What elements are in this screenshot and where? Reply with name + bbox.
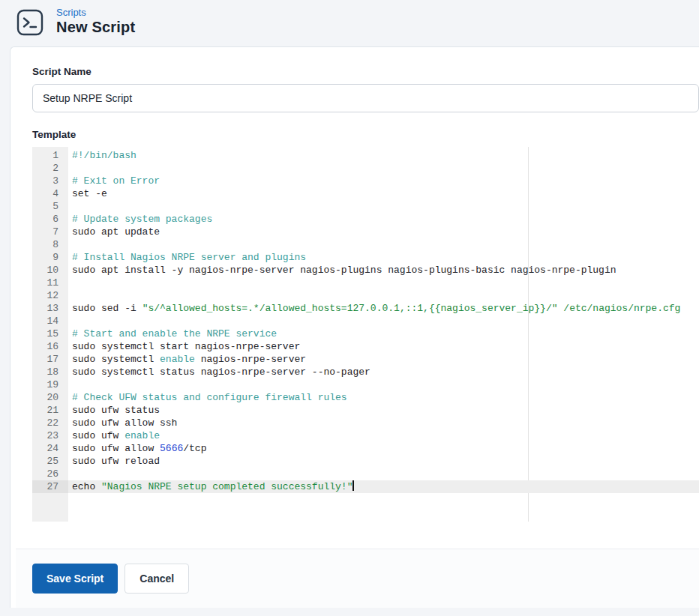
code-line-text: sudo ufw status <box>68 404 699 417</box>
code-line-text <box>68 200 699 213</box>
breadcrumb-scripts-link[interactable]: Scripts <box>56 7 135 18</box>
code-line[interactable]: 1#!/bin/bash <box>32 149 699 162</box>
code-editor[interactable]: 1#!/bin/bash23# Exit on Error4set -e56# … <box>32 147 699 522</box>
code-line[interactable]: 6# Update system packages <box>32 213 699 226</box>
code-line[interactable]: 26 <box>32 468 699 480</box>
text-cursor <box>352 480 354 491</box>
code-line-text: sudo sed -i "s/^allowed_hosts=.*/allowed… <box>68 302 699 315</box>
code-line[interactable]: 19 <box>32 378 699 391</box>
code-line[interactable]: 3# Exit on Error <box>32 175 699 187</box>
page-header: Scripts New Script <box>0 0 699 46</box>
code-line-text: sudo apt update <box>68 226 699 238</box>
code-line-text <box>68 289 699 302</box>
line-number: 9 <box>32 251 68 264</box>
code-line-text: # Exit on Error <box>68 175 699 187</box>
new-script-form-card: Script Name Template 1#!/bin/bash23# Exi… <box>10 46 699 608</box>
code-line-text: sudo ufw reload <box>68 455 699 468</box>
form-footer: Save Script Cancel <box>16 549 699 608</box>
script-name-input[interactable] <box>32 84 699 112</box>
code-line-text <box>68 277 699 289</box>
code-line[interactable]: 17sudo systemctl enable nagios-nrpe-serv… <box>32 353 699 366</box>
code-line[interactable]: 11 <box>32 277 699 289</box>
code-line[interactable]: 15# Start and enable the NRPE service <box>32 327 699 340</box>
line-number: 14 <box>32 315 68 327</box>
line-number: 24 <box>32 442 68 455</box>
code-line[interactable]: 14 <box>32 315 699 327</box>
line-number: 20 <box>32 391 68 404</box>
header-titles: Scripts New Script <box>56 7 135 46</box>
code-line[interactable]: 27echo "Nagios NRPE setup completed succ… <box>32 480 699 493</box>
code-line-text: #!/bin/bash <box>68 149 699 162</box>
script-name-label: Script Name <box>32 66 699 77</box>
code-line-text: sudo ufw allow ssh <box>68 417 699 429</box>
code-line-text: set -e <box>68 187 699 200</box>
save-script-button[interactable]: Save Script <box>32 564 118 594</box>
line-number: 12 <box>32 289 68 302</box>
line-number: 25 <box>32 455 68 468</box>
line-number: 27 <box>32 480 68 493</box>
line-number: 1 <box>32 149 68 162</box>
line-number: 10 <box>32 264 68 277</box>
code-line-text <box>68 468 699 480</box>
line-number: 16 <box>32 340 68 353</box>
code-line-text: # Check UFW status and configure firewal… <box>68 391 699 404</box>
code-line[interactable]: 25sudo ufw reload <box>32 455 699 468</box>
line-number: 11 <box>32 277 68 289</box>
code-line[interactable]: 2 <box>32 162 699 175</box>
code-line-text <box>68 162 699 175</box>
code-line-text: # Install Nagios NRPE server and plugins <box>68 251 699 264</box>
code-line-text: sudo ufw allow 5666/tcp <box>68 442 699 455</box>
line-number: 17 <box>32 353 68 366</box>
code-line[interactable]: 9# Install Nagios NRPE server and plugin… <box>32 251 699 264</box>
code-line-text: sudo apt install -y nagios-nrpe-server n… <box>68 264 699 277</box>
code-line-text: sudo ufw enable <box>68 429 699 442</box>
code-line[interactable]: 13sudo sed -i "s/^allowed_hosts=.*/allow… <box>32 302 699 315</box>
line-number: 4 <box>32 187 68 200</box>
line-number: 19 <box>32 378 68 391</box>
code-line[interactable]: 4set -e <box>32 187 699 200</box>
template-label: Template <box>32 129 699 140</box>
line-number: 22 <box>32 417 68 429</box>
code-line[interactable]: 21sudo ufw status <box>32 404 699 417</box>
code-line[interactable]: 20# Check UFW status and configure firew… <box>32 391 699 404</box>
code-lines: 1#!/bin/bash23# Exit on Error4set -e56# … <box>32 147 699 493</box>
line-number: 8 <box>32 238 68 251</box>
line-number: 6 <box>32 213 68 226</box>
code-line-text: echo "Nagios NRPE setup completed succes… <box>68 480 699 493</box>
code-line-text <box>68 378 699 391</box>
code-line-text: sudo systemctl enable nagios-nrpe-server <box>68 353 699 366</box>
code-line-text: sudo systemctl status nagios-nrpe-server… <box>68 366 699 378</box>
line-number: 15 <box>32 327 68 340</box>
code-line[interactable]: 5 <box>32 200 699 213</box>
line-number: 2 <box>32 162 68 175</box>
cancel-button[interactable]: Cancel <box>124 564 189 594</box>
code-line[interactable]: 24sudo ufw allow 5666/tcp <box>32 442 699 455</box>
form-body: Script Name Template 1#!/bin/bash23# Exi… <box>10 47 699 522</box>
line-number: 26 <box>32 468 68 480</box>
code-line[interactable]: 10sudo apt install -y nagios-nrpe-server… <box>32 264 699 277</box>
code-line-text <box>68 315 699 327</box>
line-number: 18 <box>32 366 68 378</box>
code-line[interactable]: 7sudo apt update <box>32 226 699 238</box>
code-line[interactable]: 23sudo ufw enable <box>32 429 699 442</box>
code-line-text: sudo systemctl start nagios-nrpe-server <box>68 340 699 353</box>
line-number: 13 <box>32 302 68 315</box>
line-number: 5 <box>32 200 68 213</box>
line-number: 23 <box>32 429 68 442</box>
code-line[interactable]: 22sudo ufw allow ssh <box>32 417 699 429</box>
code-line-text <box>68 238 699 251</box>
code-line[interactable]: 18sudo systemctl status nagios-nrpe-serv… <box>32 366 699 378</box>
code-line[interactable]: 8 <box>32 238 699 251</box>
code-line-text: # Update system packages <box>68 213 699 226</box>
line-number: 7 <box>32 226 68 238</box>
code-line[interactable]: 16sudo systemctl start nagios-nrpe-serve… <box>32 340 699 353</box>
terminal-icon <box>16 9 44 46</box>
line-number: 21 <box>32 404 68 417</box>
page-title: New Script <box>56 19 135 36</box>
line-number: 3 <box>32 175 68 187</box>
code-line[interactable]: 12 <box>32 289 699 302</box>
code-line-text: # Start and enable the NRPE service <box>68 327 699 340</box>
